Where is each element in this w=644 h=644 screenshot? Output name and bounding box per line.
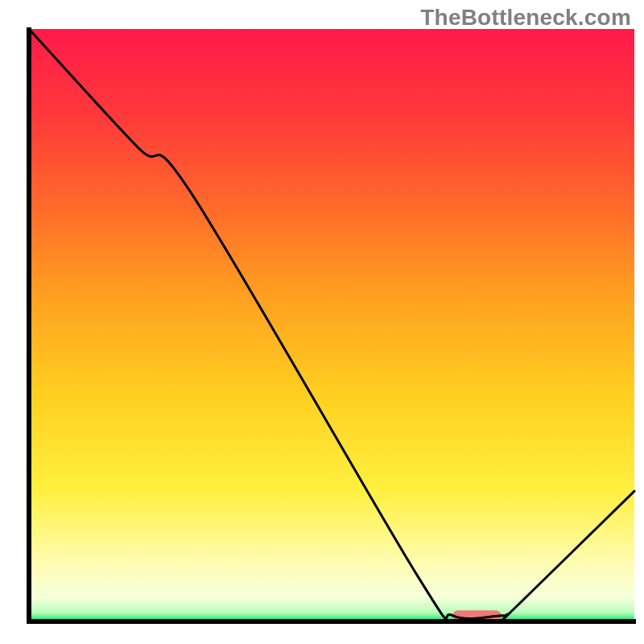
watermark-label: TheBottleneck.com [420,5,631,31]
bottleneck-chart: TheBottleneck.com [0,0,644,644]
plot-background [29,29,634,621]
chart-canvas [0,0,644,644]
